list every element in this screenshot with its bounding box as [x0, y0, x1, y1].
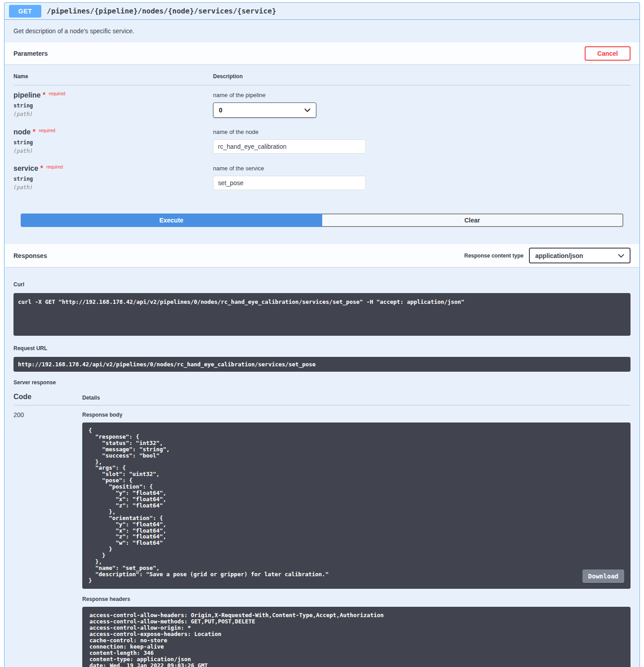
get-operation-block: GET /pipelines/{pipeline}/nodes/{node}/s…	[4, 2, 640, 667]
param-type: string	[13, 176, 213, 182]
pipeline-select-value: 0	[219, 107, 222, 114]
execute-wrapper: Execute Clear	[13, 195, 631, 236]
operation-summary[interactable]: GET /pipelines/{pipeline}/nodes/{node}/s…	[4, 3, 640, 20]
parameters-title: Parameters	[13, 50, 48, 57]
required-label: required	[37, 128, 55, 133]
request-url: http://192.168.178.42/api/v2/pipelines/0…	[18, 361, 626, 368]
param-type: string	[13, 139, 213, 146]
param-location: (path)	[13, 148, 213, 154]
required-label: required	[48, 91, 66, 96]
server-response-row: 200 Response body { "response": { "statu…	[13, 405, 631, 667]
column-header-details: Details	[82, 395, 631, 401]
request-url-block: http://192.168.178.42/api/v2/pipelines/0…	[13, 357, 631, 372]
node-input[interactable]	[213, 139, 366, 154]
parameters-section-header: Parameters Cancel	[4, 42, 640, 64]
param-name: pipeline * required	[13, 91, 213, 99]
server-response-title: Server response	[13, 379, 631, 386]
curl-command: curl -X GET "http://192.168.178.42/api/v…	[18, 298, 626, 305]
download-button[interactable]: Download	[582, 569, 624, 583]
response-body-json: { "response": { "status": "int32", "mess…	[89, 427, 624, 584]
execute-button[interactable]: Execute	[21, 213, 322, 227]
param-row-pipeline: pipeline * required string (path) name o…	[13, 85, 631, 122]
parameters-table: Name Description pipeline * required str…	[4, 64, 640, 244]
responses-title: Responses	[13, 252, 47, 259]
service-input[interactable]	[213, 176, 366, 190]
response-headers-block: access-control-allow-headers: Origin,X-R…	[82, 607, 631, 667]
param-name: node * required	[13, 128, 213, 136]
required-star: *	[40, 165, 43, 172]
required-star: *	[33, 128, 36, 136]
param-description: name of the pipeline	[213, 92, 631, 98]
response-body-block: { "response": { "status": "int32", "mess…	[82, 422, 631, 589]
request-url-label: Request URL	[13, 345, 631, 351]
response-content-type-select[interactable]: application/json	[529, 248, 631, 263]
operation-description: Get description of a node's specific ser…	[4, 20, 640, 42]
response-headers-label: Response headers	[82, 596, 631, 602]
param-location: (path)	[13, 111, 213, 117]
required-label: required	[45, 165, 63, 169]
response-content-type-label: Response content type	[464, 253, 524, 259]
parameters-table-head: Name Description	[13, 73, 631, 85]
param-location: (path)	[13, 184, 213, 191]
curl-command-block[interactable]: curl -X GET "http://192.168.178.42/api/v…	[13, 293, 631, 336]
pipeline-select[interactable]: 0	[213, 102, 316, 118]
param-name: service * required	[13, 165, 213, 173]
chevron-down-icon	[618, 252, 624, 259]
http-method-badge: GET	[9, 5, 41, 18]
swagger-page: GET /pipelines/{pipeline}/nodes/{node}/s…	[0, 0, 644, 667]
response-headers: access-control-allow-headers: Origin,X-R…	[89, 612, 623, 667]
required-star: *	[43, 91, 45, 99]
response-body-label: Response body	[82, 412, 631, 418]
status-code: 200	[13, 411, 82, 667]
responses-section-header: Responses Response content type applicat…	[4, 244, 640, 267]
param-description: name of the service	[213, 165, 631, 172]
server-response-table-head: Code Details	[13, 393, 631, 405]
column-header-code: Code	[13, 393, 82, 401]
param-type: string	[13, 102, 213, 109]
param-row-service: service * required string (path) name of…	[13, 159, 631, 195]
response-content-type-value: application/json	[535, 252, 583, 259]
chevron-down-icon	[304, 107, 311, 114]
curl-label: Curl	[13, 281, 631, 288]
column-header-description: Description	[213, 73, 631, 80]
responses-inner: Curl curl -X GET "http://192.168.178.42/…	[4, 267, 640, 667]
endpoint-path: /pipelines/{pipeline}/nodes/{node}/servi…	[47, 7, 276, 15]
param-description: name of the node	[213, 129, 631, 135]
cancel-button[interactable]: Cancel	[585, 46, 631, 61]
param-row-node: node * required string (path) name of th…	[13, 122, 631, 159]
clear-button[interactable]: Clear	[322, 213, 624, 227]
column-header-name: Name	[13, 73, 213, 80]
